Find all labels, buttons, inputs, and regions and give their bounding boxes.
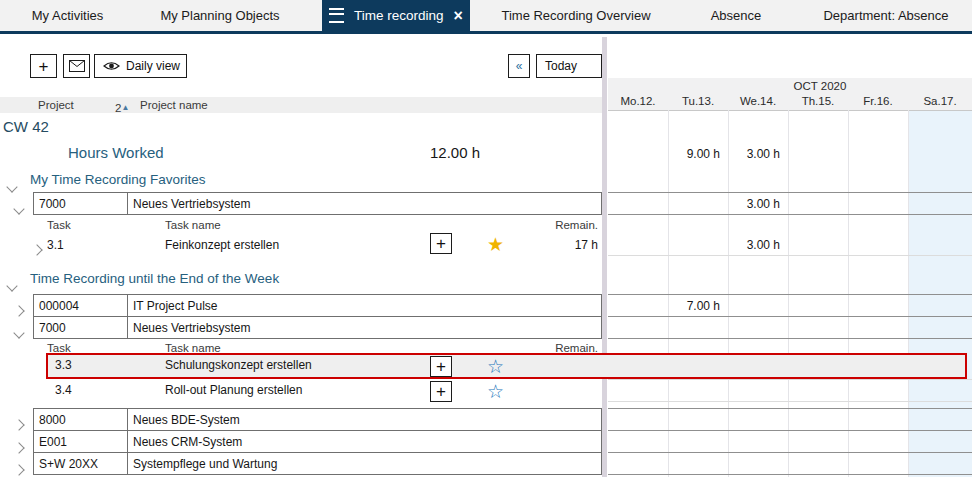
tab-department-absence[interactable]: Department: Absence [800,0,972,31]
collapse-week-section-chevron-icon[interactable] [8,276,16,294]
grid-line [608,401,972,402]
project-name-cell[interactable]: Neues BDE-System [127,408,602,431]
task-name[interactable]: Feinkonzept erstellen [165,238,279,252]
tab-absence[interactable]: Absence [672,0,800,31]
collapse-project-chevron-icon[interactable] [15,199,23,217]
remain-column-header: Remain. [500,219,598,231]
tab-label: Time Recording Overview [501,8,650,23]
project-name-cell[interactable]: IT Project Pulse [127,294,602,317]
day-header-tu: Tu.13. [668,95,728,107]
sort-indicator[interactable]: 2▲ [115,98,129,116]
day-header-sa: Sa.17. [908,95,972,107]
expand-project-chevron-icon[interactable] [15,301,23,319]
month-label: OCT 2020 [668,80,972,92]
hours-cell-we[interactable]: 3.00 h [728,197,780,211]
grid-line [608,255,972,256]
previous-week-button[interactable]: « [508,54,530,78]
grid-line [608,430,972,431]
hours-worked-label: Hours Worked [68,144,164,161]
grid-line [608,408,972,409]
task-id: 3.3 [55,358,72,372]
sort-ascending-icon: ▲ [121,103,129,112]
expand-project-chevron-icon[interactable] [15,460,23,477]
week-section-title: Time Recording until the End of the Week [30,271,279,286]
collapse-favorites-chevron-icon[interactable] [8,177,16,195]
grid-line [608,474,972,475]
hours-cell-we[interactable]: 3.00 h [728,147,780,161]
tab-label: Absence [711,8,762,23]
eye-icon [103,60,120,72]
project-name-cell[interactable]: Neues Vertriebsystem [127,316,602,339]
day-header-th: Th.15. [788,95,848,107]
pane-divider[interactable] [602,37,607,477]
hamburger-menu-icon[interactable] [329,8,344,23]
previous-icon: « [516,59,523,73]
project-code-cell[interactable]: 7000 [33,316,128,339]
expand-project-chevron-icon[interactable] [15,415,23,433]
expand-project-chevron-icon[interactable] [15,438,23,456]
task-name[interactable]: Roll-out Planung erstellen [165,383,302,397]
calendar-week-label: CW 42 [3,118,49,135]
tab-my-planning-objects[interactable]: My Planning Objects [135,0,305,31]
task-id: 3.4 [55,383,72,397]
grid-line [608,316,972,317]
tab-bar-underline [0,31,972,34]
column-header-project: Project [38,99,74,111]
hours-worked-total: 12.00 h [380,144,480,161]
tab-time-recording-overview[interactable]: Time Recording Overview [480,0,672,31]
day-header-fr: Fr.16. [848,95,908,107]
today-label: Today [545,59,577,73]
tab-label: My Activities [32,8,104,23]
plus-icon: + [436,383,446,400]
project-code-cell[interactable]: 7000 [33,192,128,215]
plus-icon: + [436,358,446,375]
project-name-cell[interactable]: Neues Vertriebsystem [127,192,602,215]
project-code-cell[interactable]: E001 [33,430,128,453]
tab-my-activities[interactable]: My Activities [0,0,135,31]
project-code-cell[interactable]: 8000 [33,408,128,431]
project-code-cell[interactable]: 000004 [33,294,128,317]
column-header-band [0,97,602,113]
plus-icon: + [39,58,49,75]
envelope-icon [69,60,85,72]
close-icon[interactable]: × [454,8,463,24]
grid-line [608,110,972,111]
plus-icon: + [436,235,446,252]
favorites-section-title: My Time Recording Favorites [30,172,206,187]
favorite-star-icon[interactable]: ☆ [487,382,504,401]
add-time-entry-button[interactable]: + [430,356,452,377]
project-code-cell[interactable]: S+W 20XX [33,452,128,475]
hours-cell-tu[interactable]: 7.00 h [668,299,720,313]
today-button[interactable]: Today [536,54,602,78]
collapse-project-chevron-icon[interactable] [15,323,23,341]
task-name-column-header: Task name [165,219,221,231]
daily-view-button[interactable]: Daily view [94,54,187,78]
daily-view-label: Daily view [126,59,180,73]
favorite-star-icon[interactable]: ☆ [487,357,504,376]
remain-value: 17 h [500,238,598,252]
tab-time-recording[interactable]: Time recording × [322,0,470,31]
grid-line [608,379,972,380]
task-name[interactable]: Schulungskonzept erstellen [165,358,312,372]
hours-cell-we[interactable]: 3.00 h [728,238,780,252]
add-time-entry-button[interactable]: + [430,381,452,402]
add-time-entry-button[interactable]: + [430,233,452,254]
grid-line [608,294,972,295]
tab-label: Time recording [354,8,444,23]
time-recording-app: My Activities My Planning Objects Time r… [0,0,972,477]
tab-label: My Planning Objects [160,8,279,23]
task-id: 3.1 [47,238,64,252]
column-header-project-name: Project name [140,99,208,111]
tab-label: Department: Absence [823,8,948,23]
hours-cell-tu[interactable]: 9.00 h [668,147,720,161]
project-name-cell[interactable]: Neues CRM-System [127,430,602,453]
grid-line [608,214,972,215]
expand-task-chevron-icon[interactable] [33,240,41,258]
day-header-we: We.14. [728,95,788,107]
grid-line [608,452,972,453]
mail-button[interactable] [63,54,90,78]
grid-line [608,192,972,193]
add-button[interactable]: + [30,54,57,78]
project-name-cell[interactable]: Systempflege und Wartung [127,452,602,475]
grid-line [608,338,972,339]
